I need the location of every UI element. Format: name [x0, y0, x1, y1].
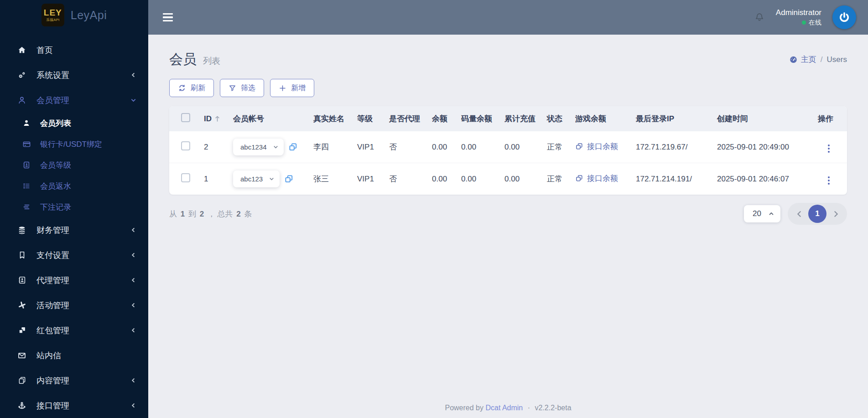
sidebar-item-label: 会员等级: [40, 160, 71, 170]
database-icon: [16, 226, 27, 235]
avatar[interactable]: [832, 5, 856, 29]
admin-app: LEY 乐媒API LeyApi 首页: [0, 0, 868, 418]
sidebar-item-label: 下注记录: [40, 202, 71, 212]
copy-account-icon[interactable]: [288, 142, 298, 152]
row-checkbox[interactable]: [181, 173, 190, 182]
envelope-icon: [16, 351, 27, 360]
column-header-level: 等级: [357, 114, 373, 123]
column-header-game-balance: 游戏余额: [575, 114, 606, 123]
sidebar-item-finance-management[interactable]: 财务管理: [0, 217, 148, 243]
cell-total-recharge: 0.00: [504, 143, 520, 151]
cell-balance: 0.00: [432, 143, 447, 151]
brand-logo[interactable]: LEY 乐媒API LeyApi: [0, 0, 148, 30]
cell-real-name: 李四: [313, 143, 329, 151]
row-actions-menu[interactable]: [824, 174, 833, 187]
stream-icon: [21, 203, 32, 211]
bookmark-icon: [16, 251, 27, 259]
user-menu[interactable]: Administrator 在线: [776, 8, 821, 27]
sidebar-item-label: 代理管理: [36, 275, 69, 286]
app-name: LeyApi: [71, 9, 107, 22]
cell-last-login-ip: 172.71.219.67/: [636, 143, 687, 151]
sidebar-item-activity-management[interactable]: 活动管理: [0, 293, 148, 318]
sidebar-toggle-button[interactable]: [160, 10, 176, 25]
pagination: 1: [788, 203, 847, 225]
brand-logo-badge: LEY 乐媒API: [42, 4, 64, 26]
user-solid-icon: [21, 119, 32, 127]
column-header-account: 会员帐号: [233, 114, 264, 123]
cell-id: 1: [204, 175, 208, 183]
id-card-icon: [16, 276, 27, 284]
brand-logo-subtext: 乐媒API: [46, 18, 59, 22]
api-balance-link[interactable]: 接口余额: [575, 141, 618, 152]
plus-icon: [279, 84, 286, 92]
sidebar-item-label: 接口管理: [36, 400, 69, 411]
sidebar-item-label: 站内信: [36, 350, 61, 361]
list-icon: [21, 182, 32, 190]
members-table: ID 会员帐号 真实姓名 等级 是否代理 余额 码量余额 累计充值 状态 游戏余…: [169, 106, 847, 195]
column-header-id: ID: [204, 114, 212, 124]
version-text: v2.2.2-beta: [535, 404, 571, 412]
online-dot: [802, 21, 806, 25]
dcat-admin-link[interactable]: Dcat Admin: [485, 404, 523, 412]
filter-button[interactable]: 筛选: [220, 79, 264, 97]
page-size-select[interactable]: 20: [744, 205, 780, 222]
column-header-last-login-ip: 最后登录IP: [636, 114, 674, 123]
cell-created-at: 2025-09-01 20:46:07: [717, 175, 789, 183]
sidebar-item-bet-records[interactable]: 下注记录: [0, 196, 148, 217]
cell-real-name: 张三: [313, 175, 329, 183]
row-actions-menu[interactable]: [824, 142, 833, 155]
sidebar-item-member-management[interactable]: 会员管理: [0, 88, 148, 113]
sidebar-item-home[interactable]: 首页: [0, 37, 148, 62]
row-checkbox[interactable]: [181, 141, 190, 150]
toolbar: 刷新 筛选 新增: [169, 79, 847, 97]
pager-zone: 20 1: [744, 203, 847, 225]
account-select[interactable]: abc1234: [233, 139, 284, 155]
sidebar-item-member-level[interactable]: 会员等级: [0, 155, 148, 175]
prev-page-button[interactable]: [792, 210, 806, 218]
gears-icon: [16, 71, 27, 80]
api-balance-label: 接口余额: [587, 141, 618, 152]
bell-icon[interactable]: [754, 12, 765, 23]
chevron-left-icon: [130, 227, 136, 233]
sidebar-item-redpacket-management[interactable]: 红包管理: [0, 318, 148, 343]
sidebar-item-system-settings[interactable]: 系统设置: [0, 62, 148, 88]
chevron-down-icon: [273, 144, 279, 150]
cell-code-balance: 0.00: [461, 143, 476, 151]
select-all-checkbox[interactable]: [181, 113, 190, 122]
table-footer: 从 1 到 2 ， 总共 2 条 20: [169, 203, 847, 225]
create-button[interactable]: 新增: [270, 79, 314, 97]
sidebar-item-label: 活动管理: [36, 300, 69, 311]
account-select-value: abc1234: [240, 143, 267, 151]
address-book-icon: [21, 161, 32, 169]
topbar-right: Administrator 在线: [754, 5, 856, 29]
copy-account-icon[interactable]: [284, 174, 294, 184]
sort-asc-icon[interactable]: [214, 115, 220, 122]
sidebar-item-agent-management[interactable]: 代理管理: [0, 268, 148, 293]
breadcrumb: 主页 / Users: [789, 54, 847, 65]
current-page-button[interactable]: 1: [808, 205, 826, 223]
power-icon: [837, 10, 851, 24]
next-page-button[interactable]: [828, 210, 843, 218]
breadcrumb-home-label: 主页: [801, 54, 816, 65]
column-header-actions: 操作: [818, 114, 833, 123]
sidebar-item-site-messages[interactable]: 站内信: [0, 343, 148, 368]
breadcrumb-home-link[interactable]: 主页: [789, 54, 816, 65]
sidebar-item-label: 首页: [36, 45, 53, 56]
cell-is-agent: 否: [389, 175, 397, 183]
sidebar-item-label: 红包管理: [36, 325, 69, 336]
sidebar-item-member-rebate[interactable]: 会员返水: [0, 175, 148, 196]
sidebar-item-api-management[interactable]: 接口管理: [0, 393, 148, 418]
chevron-down-icon: [269, 176, 275, 182]
account-select[interactable]: abc123: [233, 170, 280, 187]
powered-by-text: Powered by: [445, 404, 483, 412]
sidebar-item-bank-usdt-binding[interactable]: 银行卡/USDT绑定: [0, 134, 148, 155]
main-panel: Administrator 在线: [148, 0, 868, 418]
sidebar-item-member-list[interactable]: 会员列表: [0, 113, 148, 134]
sidebar-item-content-management[interactable]: 内容管理: [0, 368, 148, 393]
api-balance-link[interactable]: 接口余额: [575, 173, 618, 184]
sidebar-item-payment-settings[interactable]: 支付设置: [0, 243, 148, 268]
column-header-status: 状态: [547, 114, 562, 123]
filter-icon: [229, 84, 236, 92]
table-card: ID 会员帐号 真实姓名 等级 是否代理 余额 码量余额 累计充值 状态 游戏余…: [169, 106, 847, 195]
refresh-button[interactable]: 刷新: [169, 79, 214, 97]
